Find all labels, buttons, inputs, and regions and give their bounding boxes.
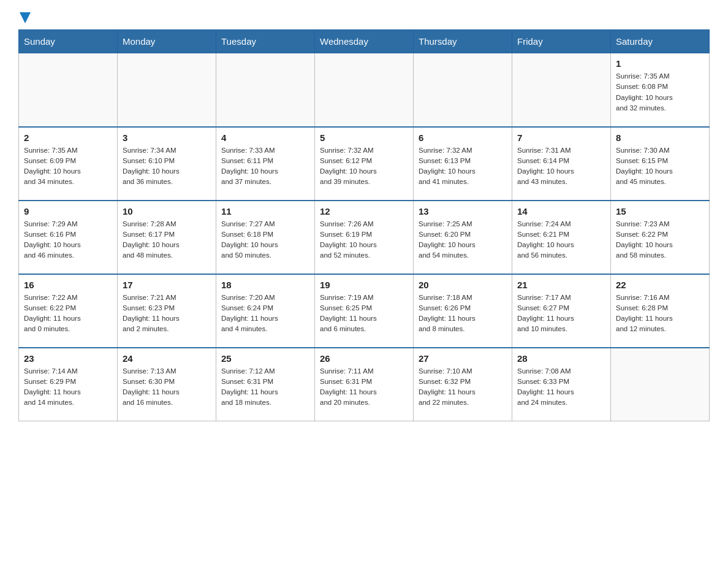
weekday-header-monday: Monday [118,30,216,53]
day-number: 6 [419,132,507,143]
day-number: 18 [221,280,309,290]
calendar-cell: 8Sunrise: 7:30 AM Sunset: 6:15 PM Daylig… [611,127,710,201]
day-info: Sunrise: 7:21 AM Sunset: 6:23 PM Dayligh… [123,293,211,335]
day-info: Sunrise: 7:14 AM Sunset: 6:29 PM Dayligh… [24,366,112,408]
day-info: Sunrise: 7:20 AM Sunset: 6:24 PM Dayligh… [221,293,309,335]
day-info: Sunrise: 7:22 AM Sunset: 6:22 PM Dayligh… [24,293,112,335]
day-number: 7 [517,132,605,143]
weekday-header-tuesday: Tuesday [216,30,315,53]
day-number: 4 [221,132,309,143]
day-info: Sunrise: 7:27 AM Sunset: 6:18 PM Dayligh… [221,219,309,261]
weekday-header-friday: Friday [512,30,611,53]
weekday-header-thursday: Thursday [414,30,512,53]
day-info: Sunrise: 7:12 AM Sunset: 6:31 PM Dayligh… [221,366,309,408]
day-number: 21 [517,280,605,290]
calendar-cell: 17Sunrise: 7:21 AM Sunset: 6:23 PM Dayli… [118,274,216,348]
day-info: Sunrise: 7:33 AM Sunset: 6:11 PM Dayligh… [221,145,309,188]
calendar-cell: 12Sunrise: 7:26 AM Sunset: 6:19 PM Dayli… [315,201,414,274]
day-number: 19 [320,280,408,290]
day-number: 22 [616,280,704,290]
day-number: 28 [517,353,605,364]
day-info: Sunrise: 7:13 AM Sunset: 6:30 PM Dayligh… [123,366,211,408]
day-info: Sunrise: 7:34 AM Sunset: 6:10 PM Dayligh… [123,145,211,188]
calendar-cell: 7Sunrise: 7:31 AM Sunset: 6:14 PM Daylig… [512,127,611,201]
logo [18,12,31,23]
calendar-cell: 21Sunrise: 7:17 AM Sunset: 6:27 PM Dayli… [512,274,611,348]
calendar-cell: 27Sunrise: 7:10 AM Sunset: 6:32 PM Dayli… [414,348,512,421]
day-number: 1 [616,58,704,69]
weekday-header-wednesday: Wednesday [315,30,414,53]
calendar-cell [216,53,315,127]
day-info: Sunrise: 7:24 AM Sunset: 6:21 PM Dayligh… [517,219,605,261]
calendar-table: SundayMondayTuesdayWednesdayThursdayFrid… [18,29,710,421]
day-number: 11 [221,206,309,216]
day-info: Sunrise: 7:08 AM Sunset: 6:33 PM Dayligh… [517,366,605,408]
weekday-header-row: SundayMondayTuesdayWednesdayThursdayFrid… [19,30,710,53]
calendar-cell: 24Sunrise: 7:13 AM Sunset: 6:30 PM Dayli… [118,348,216,421]
day-number: 24 [123,353,211,364]
day-number: 14 [517,206,605,216]
day-info: Sunrise: 7:35 AM Sunset: 6:08 PM Dayligh… [616,71,704,113]
day-number: 15 [616,206,704,216]
weekday-header-saturday: Saturday [611,30,710,53]
day-number: 9 [24,206,112,216]
calendar-cell: 14Sunrise: 7:24 AM Sunset: 6:21 PM Dayli… [512,201,611,274]
calendar-week-row: 1Sunrise: 7:35 AM Sunset: 6:08 PM Daylig… [19,53,710,127]
calendar-week-row: 16Sunrise: 7:22 AM Sunset: 6:22 PM Dayli… [19,274,710,348]
calendar-cell: 11Sunrise: 7:27 AM Sunset: 6:18 PM Dayli… [216,201,315,274]
day-number: 23 [24,353,112,364]
calendar-cell: 13Sunrise: 7:25 AM Sunset: 6:20 PM Dayli… [414,201,512,274]
day-info: Sunrise: 7:30 AM Sunset: 6:15 PM Dayligh… [616,145,704,188]
logo-arrow-icon [20,12,31,23]
day-info: Sunrise: 7:19 AM Sunset: 6:25 PM Dayligh… [320,293,408,335]
calendar-cell: 19Sunrise: 7:19 AM Sunset: 6:25 PM Dayli… [315,274,414,348]
calendar-cell [414,53,512,127]
day-info: Sunrise: 7:17 AM Sunset: 6:27 PM Dayligh… [517,293,605,335]
svg-marker-0 [20,12,31,23]
calendar-cell: 2Sunrise: 7:35 AM Sunset: 6:09 PM Daylig… [19,127,118,201]
day-number: 17 [123,280,211,290]
calendar-cell: 23Sunrise: 7:14 AM Sunset: 6:29 PM Dayli… [19,348,118,421]
calendar-cell [315,53,414,127]
calendar-cell: 15Sunrise: 7:23 AM Sunset: 6:22 PM Dayli… [611,201,710,274]
calendar-cell [611,348,710,421]
calendar-cell: 18Sunrise: 7:20 AM Sunset: 6:24 PM Dayli… [216,274,315,348]
day-number: 5 [320,132,408,143]
calendar-cell: 3Sunrise: 7:34 AM Sunset: 6:10 PM Daylig… [118,127,216,201]
day-info: Sunrise: 7:26 AM Sunset: 6:19 PM Dayligh… [320,219,408,261]
day-number: 27 [419,353,507,364]
day-info: Sunrise: 7:31 AM Sunset: 6:14 PM Dayligh… [517,145,605,188]
day-number: 12 [320,206,408,216]
day-info: Sunrise: 7:16 AM Sunset: 6:28 PM Dayligh… [616,293,704,335]
calendar-cell: 9Sunrise: 7:29 AM Sunset: 6:16 PM Daylig… [19,201,118,274]
calendar-cell: 6Sunrise: 7:32 AM Sunset: 6:13 PM Daylig… [414,127,512,201]
day-number: 26 [320,353,408,364]
day-info: Sunrise: 7:11 AM Sunset: 6:31 PM Dayligh… [320,366,408,408]
day-info: Sunrise: 7:25 AM Sunset: 6:20 PM Dayligh… [419,219,507,261]
calendar-week-row: 2Sunrise: 7:35 AM Sunset: 6:09 PM Daylig… [19,127,710,201]
calendar-cell: 5Sunrise: 7:32 AM Sunset: 6:12 PM Daylig… [315,127,414,201]
calendar-cell: 28Sunrise: 7:08 AM Sunset: 6:33 PM Dayli… [512,348,611,421]
calendar-cell: 22Sunrise: 7:16 AM Sunset: 6:28 PM Dayli… [611,274,710,348]
calendar-cell: 10Sunrise: 7:28 AM Sunset: 6:17 PM Dayli… [118,201,216,274]
calendar-cell [512,53,611,127]
day-number: 20 [419,280,507,290]
calendar-cell: 16Sunrise: 7:22 AM Sunset: 6:22 PM Dayli… [19,274,118,348]
day-info: Sunrise: 7:23 AM Sunset: 6:22 PM Dayligh… [616,219,704,261]
day-number: 10 [123,206,211,216]
calendar-week-row: 23Sunrise: 7:14 AM Sunset: 6:29 PM Dayli… [19,348,710,421]
calendar-cell: 26Sunrise: 7:11 AM Sunset: 6:31 PM Dayli… [315,348,414,421]
day-info: Sunrise: 7:29 AM Sunset: 6:16 PM Dayligh… [24,219,112,261]
day-number: 2 [24,132,112,143]
day-number: 3 [123,132,211,143]
day-info: Sunrise: 7:32 AM Sunset: 6:12 PM Dayligh… [320,145,408,188]
calendar-cell: 1Sunrise: 7:35 AM Sunset: 6:08 PM Daylig… [611,53,710,127]
page-header [18,12,710,23]
calendar-cell: 20Sunrise: 7:18 AM Sunset: 6:26 PM Dayli… [414,274,512,348]
calendar-cell [118,53,216,127]
calendar-cell: 4Sunrise: 7:33 AM Sunset: 6:11 PM Daylig… [216,127,315,201]
calendar-cell [19,53,118,127]
day-number: 25 [221,353,309,364]
day-info: Sunrise: 7:10 AM Sunset: 6:32 PM Dayligh… [419,366,507,408]
day-number: 8 [616,132,704,143]
